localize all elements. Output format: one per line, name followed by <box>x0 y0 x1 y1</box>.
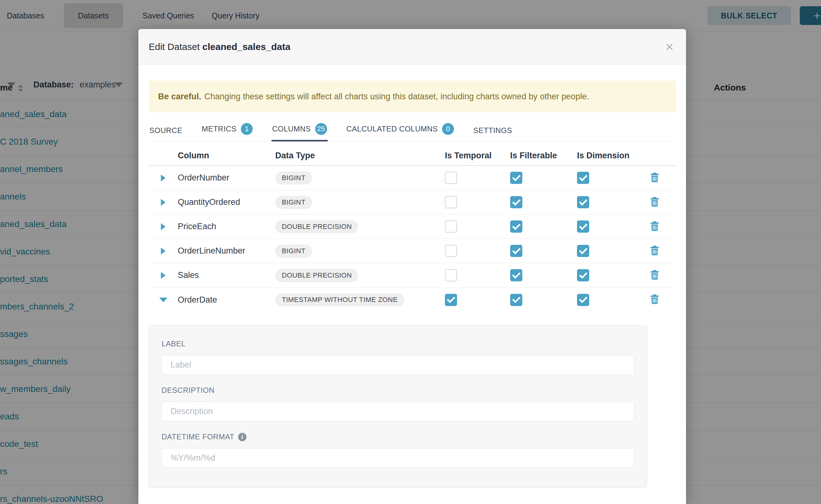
is-dimension-header: Is Dimension <box>577 151 650 161</box>
trash-icon[interactable] <box>650 245 659 255</box>
trash-icon[interactable] <box>650 172 659 182</box>
is-dimension-checkbox[interactable] <box>577 269 589 281</box>
label-field-label: LABEL <box>161 339 647 348</box>
is-filterable-checkbox[interactable] <box>510 172 522 184</box>
tab-label: COLUMNS <box>272 125 311 133</box>
trash-icon[interactable] <box>650 197 659 207</box>
caret-icon <box>161 223 166 230</box>
datetime-format-input[interactable] <box>161 448 634 468</box>
is-temporal-header: Is Temporal <box>445 151 510 161</box>
data-type-pill: DOUBLE PRECISION <box>275 220 358 233</box>
modal-body: Be careful. Changing these settings will… <box>138 81 686 487</box>
columns-table-rows: OrderNumber BIGINT <box>149 166 676 312</box>
tab-label: SETTINGS <box>473 126 512 135</box>
expand-toggle[interactable] <box>149 272 178 279</box>
expand-toggle[interactable] <box>149 298 178 302</box>
data-type-pill: BIGINT <box>275 245 312 258</box>
tab-label: SOURCE <box>149 126 182 135</box>
data-type-pill: DOUBLE PRECISION <box>275 269 358 282</box>
expand-toggle[interactable] <box>149 199 178 206</box>
column-name: PriceEach <box>178 222 275 231</box>
close-icon[interactable]: × <box>665 40 674 54</box>
expand-toggle[interactable] <box>149 223 178 230</box>
data-type-header: Data Type <box>275 151 445 161</box>
is-filterable-checkbox[interactable] <box>510 294 522 306</box>
is-filterable-checkbox[interactable] <box>510 269 522 281</box>
trash-icon[interactable] <box>650 270 659 280</box>
is-temporal-checkbox[interactable] <box>445 196 457 208</box>
tab-calculated-columns[interactable]: CALCULATED COLUMNS 0 <box>346 119 455 141</box>
trash-icon[interactable] <box>650 221 659 231</box>
column-row: OrderDate TIMESTAMP WITHOUT TIME ZONE <box>149 288 676 312</box>
tab-settings[interactable]: SETTINGS <box>473 122 513 141</box>
data-type-pill: TIMESTAMP WITHOUT TIME ZONE <box>275 293 404 306</box>
modal-title: Edit Dataset cleaned_sales_data <box>149 42 290 52</box>
is-dimension-checkbox[interactable] <box>577 220 589 233</box>
is-filterable-checkbox[interactable] <box>510 245 522 257</box>
description-field-label: DESCRIPTION <box>161 386 647 395</box>
column-header: Column <box>178 151 275 161</box>
column-row: OrderLineNumber BIGINT <box>149 239 676 263</box>
is-temporal-checkbox[interactable] <box>445 294 457 306</box>
column-row: QuantityOrdered BIGINT <box>149 190 676 215</box>
column-row: Sales DOUBLE PRECISION <box>149 263 676 288</box>
column-detail-panel: LABEL DESCRIPTION DATETIME FORMAT i <box>149 325 647 487</box>
caret-icon <box>159 298 167 302</box>
is-temporal-checkbox[interactable] <box>445 220 457 233</box>
is-dimension-checkbox[interactable] <box>577 294 589 306</box>
column-row: PriceEach DOUBLE PRECISION <box>149 215 676 239</box>
expand-toggle[interactable] <box>149 248 178 254</box>
tab-badge: 0 <box>442 123 454 135</box>
caret-icon <box>161 248 166 254</box>
column-row: OrderNumber BIGINT <box>149 166 676 190</box>
tab-label: METRICS <box>202 125 237 133</box>
is-dimension-checkbox[interactable] <box>577 196 589 208</box>
modal-title-prefix: Edit Dataset <box>149 42 200 52</box>
expand-toggle[interactable] <box>149 175 178 181</box>
is-filterable-checkbox[interactable] <box>510 196 522 208</box>
modal-tabs: SOURCE METRICS 1 COLUMNS 25 CALCULATED C… <box>149 119 676 141</box>
is-temporal-checkbox[interactable] <box>445 245 457 257</box>
tab-badge: 25 <box>315 123 327 135</box>
caret-icon <box>161 175 166 181</box>
column-name: OrderNumber <box>178 173 275 183</box>
is-dimension-checkbox[interactable] <box>577 172 589 184</box>
edit-dataset-modal: Edit Dataset cleaned_sales_data × Be car… <box>138 29 686 504</box>
is-filterable-header: Is Filterable <box>510 151 577 161</box>
description-input[interactable] <box>161 402 634 421</box>
tab-metrics[interactable]: METRICS 1 <box>201 119 254 141</box>
column-name: OrderDate <box>178 295 275 305</box>
is-dimension-checkbox[interactable] <box>577 245 589 257</box>
data-type-pill: BIGINT <box>275 196 312 209</box>
caret-icon <box>161 272 166 279</box>
info-icon[interactable]: i <box>238 433 246 441</box>
columns-table: Column Data Type Is Temporal Is Filterab… <box>149 146 676 312</box>
tab-source[interactable]: SOURCE <box>149 122 183 141</box>
column-name: OrderLineNumber <box>178 246 275 256</box>
caret-icon <box>161 199 166 206</box>
is-filterable-checkbox[interactable] <box>510 220 522 233</box>
column-name: Sales <box>178 270 275 280</box>
data-type-pill: BIGINT <box>275 171 312 185</box>
is-temporal-checkbox[interactable] <box>445 269 457 281</box>
warning-text: Changing these settings will affect all … <box>204 92 589 101</box>
tab-badge: 1 <box>241 123 253 135</box>
tab-columns[interactable]: COLUMNS 25 <box>271 119 328 141</box>
modal-header: Edit Dataset cleaned_sales_data × <box>138 29 686 65</box>
warning-bold-text: Be careful. <box>158 92 201 101</box>
label-input[interactable] <box>161 355 634 375</box>
trash-icon[interactable] <box>650 294 659 304</box>
tab-label: CALCULATED COLUMNS <box>346 125 438 133</box>
warning-banner: Be careful. Changing these settings will… <box>149 81 676 112</box>
is-temporal-checkbox[interactable] <box>445 172 457 184</box>
datetime-format-field-label: DATETIME FORMAT i <box>161 432 647 441</box>
columns-table-header: Column Data Type Is Temporal Is Filterab… <box>149 146 676 166</box>
column-name: QuantityOrdered <box>178 197 275 207</box>
modal-title-dataset-name: cleaned_sales_data <box>202 42 290 52</box>
